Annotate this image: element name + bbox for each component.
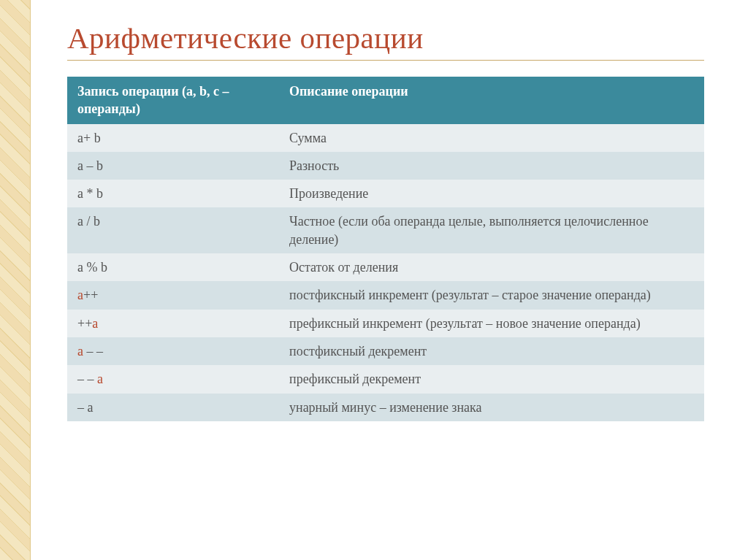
table-row: a++ постфиксный инкремент (результат – с… xyxy=(67,281,704,309)
header-col2: Описание операции xyxy=(279,77,704,124)
op-cell: a * b xyxy=(67,180,279,207)
table-row: – a унарный минус – изменение знака xyxy=(67,394,704,421)
desc-cell: унарный минус – изменение знака xyxy=(279,394,704,421)
header-col1: Запись операции (a, b, c – операнды) xyxy=(67,77,279,124)
op-cell: a – b xyxy=(67,152,279,180)
op-cell: a % b xyxy=(67,253,279,281)
table-row: – – a префиксный декремент xyxy=(67,365,704,393)
desc-cell: Частное (если оба операнда целые, выполн… xyxy=(279,207,704,253)
table-header-row: Запись операции (a, b, c – операнды) Опи… xyxy=(67,77,704,124)
table-row: a % b Остаток от деления xyxy=(67,253,704,281)
desc-cell: Разность xyxy=(279,152,704,180)
desc-cell: Остаток от деления xyxy=(279,253,704,281)
title-underline xyxy=(67,60,704,61)
desc-cell: постфиксный инкремент (результат – старо… xyxy=(279,281,704,309)
desc-cell: Сумма xyxy=(279,124,704,152)
op-cell: a – – xyxy=(67,337,279,365)
op-cell: – a xyxy=(67,394,279,421)
desc-cell: префиксный декремент xyxy=(279,365,704,393)
op-cell: a+ b xyxy=(67,124,279,152)
desc-cell: Произведение xyxy=(279,180,704,207)
operations-table: Запись операции (a, b, c – операнды) Опи… xyxy=(67,77,704,421)
slide-content: Арифметические операции Запись операции … xyxy=(31,0,748,560)
op-cell: a++ xyxy=(67,281,279,309)
desc-cell: постфиксный декремент xyxy=(279,337,704,365)
op-cell: ++a xyxy=(67,310,279,337)
op-cell: a / b xyxy=(67,207,279,253)
decorative-border xyxy=(0,0,31,560)
table-row: ++a префиксный инкремент (результат – но… xyxy=(67,310,704,337)
desc-cell: префиксный инкремент (результат – новое … xyxy=(279,310,704,337)
slide-title: Арифметические операции xyxy=(67,20,704,55)
op-cell: – – a xyxy=(67,365,279,393)
table-row: a – b Разность xyxy=(67,152,704,180)
table-row: a+ b Сумма xyxy=(67,124,704,152)
table-row: a * b Произведение xyxy=(67,180,704,207)
table-row: a / b Частное (если оба операнда целые, … xyxy=(67,207,704,253)
table-row: a – – постфиксный декремент xyxy=(67,337,704,365)
